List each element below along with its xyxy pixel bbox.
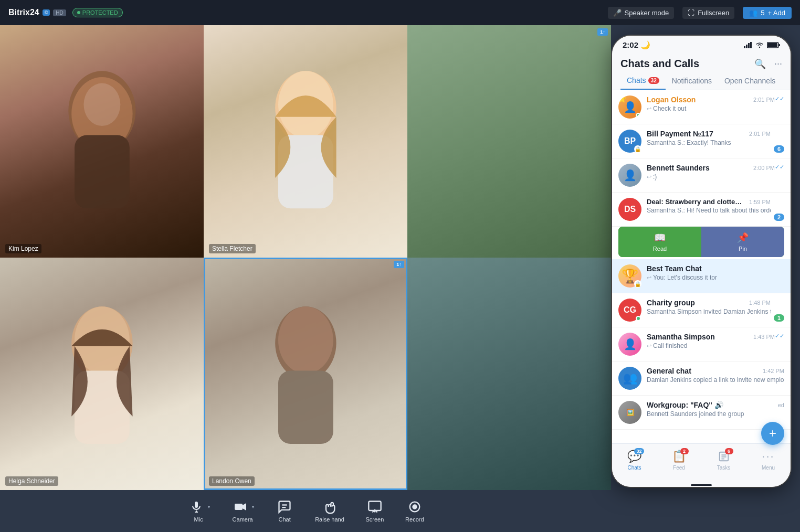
tab-notifications[interactable]: Notifications bbox=[666, 73, 718, 90]
online-dot-logan bbox=[636, 113, 641, 118]
chat-preview-charity: Samantha Simpson invited Damian Jenkins … bbox=[647, 308, 771, 315]
chat-top-row-charity: Charity group 1:48 PM bbox=[647, 299, 771, 307]
svg-rect-30 bbox=[767, 43, 777, 47]
nav-chats[interactable]: 💬 32 Chats bbox=[612, 449, 657, 471]
unread-badge-charity: 1 bbox=[774, 314, 784, 322]
chat-item-workgroup[interactable]: 🖼️ Workgroup: "FAQ" 🔊 ed Bennett Saunder… bbox=[612, 396, 791, 430]
chat-time-bennett: 2:00 PM bbox=[753, 165, 775, 171]
chat-preview-bill: Samantha S.: Exactly! Thanks bbox=[647, 139, 771, 146]
avatar-samantha: 👤 bbox=[618, 333, 641, 356]
app-header-icons: 🔍 ··· bbox=[754, 58, 782, 70]
chat-button[interactable]: Chat bbox=[275, 499, 294, 523]
chat-body-workgroup: Workgroup: "FAQ" 🔊 ed Bennett Saunders j… bbox=[647, 401, 784, 418]
signal-icon bbox=[744, 42, 752, 48]
context-pin-button[interactable]: 📌 Pin bbox=[701, 227, 784, 257]
record-button[interactable]: Record bbox=[405, 499, 424, 523]
app-header: Chats and Calls 🔍 ··· bbox=[612, 55, 791, 70]
hd-badge: HD bbox=[53, 9, 66, 16]
avatar-bill-payment: BP 🔒 bbox=[618, 130, 641, 153]
chat-top-row-general: General chat 1:42 PM bbox=[647, 367, 784, 375]
svg-rect-13 bbox=[195, 502, 198, 508]
chat-time-samantha: 1:43 PM bbox=[753, 334, 775, 340]
chat-item-best-team[interactable]: 🏆 🔒 Best Team Chat ↩ You: Let's discuss … bbox=[612, 259, 791, 293]
chat-item-bill-payment[interactable]: BP 🔒 Bill Payment №117 2:01 PM Samantha … bbox=[612, 124, 791, 158]
chat-item-general[interactable]: 👥 General chat 1:42 PM Damian Jenkins co… bbox=[612, 361, 791, 396]
reply-icon-samantha: ↩ bbox=[647, 343, 651, 349]
chat-name-logan: Logan Olsson bbox=[647, 95, 696, 104]
chat-name-bill: Bill Payment №117 bbox=[647, 130, 713, 138]
tab-chats[interactable]: Chats 32 bbox=[620, 73, 666, 90]
svg-rect-16 bbox=[235, 504, 243, 510]
record-icon bbox=[405, 499, 424, 514]
video-indicator-landon: 1↑ bbox=[394, 261, 404, 268]
chat-item-samantha[interactable]: 👤 Samantha Simpson 1:43 PM ↩ Call finish… bbox=[612, 327, 791, 361]
tab-chats-badge: 32 bbox=[648, 77, 659, 84]
nav-menu[interactable]: ··· Menu bbox=[746, 449, 791, 471]
svg-point-11 bbox=[278, 306, 333, 374]
chat-preview-deal: Samantha S.: Hi! Need to talk about this… bbox=[647, 207, 771, 214]
svg-point-23 bbox=[413, 505, 416, 509]
chat-name-charity: Charity group bbox=[647, 299, 695, 307]
svg-rect-26 bbox=[748, 43, 750, 48]
logo-badge: © bbox=[43, 9, 50, 16]
speaker-mode-label: Speaker mode bbox=[625, 9, 669, 17]
context-read-button[interactable]: 📖 Read bbox=[618, 227, 701, 257]
avatar-bennett: 👤 bbox=[618, 164, 641, 187]
battery-icon bbox=[767, 42, 780, 48]
tab-open-channels[interactable]: Open Channels bbox=[718, 73, 782, 90]
fab-button[interactable]: + bbox=[761, 422, 784, 445]
video-name-landon: Landon Owen bbox=[209, 476, 255, 486]
raise-hand-label: Raise hand bbox=[315, 516, 344, 523]
nav-tasks-label: Tasks bbox=[717, 465, 731, 471]
chat-icon bbox=[275, 499, 294, 514]
chat-time-logan: 2:01 PM bbox=[753, 97, 775, 103]
more-options-icon[interactable]: ··· bbox=[774, 58, 782, 69]
nav-tasks-icon: 6 bbox=[717, 449, 731, 464]
read-icon: 📖 bbox=[654, 232, 666, 243]
reply-icon-bennett: ↩ bbox=[647, 174, 651, 180]
mic-control[interactable]: ▾ Mic bbox=[187, 499, 210, 523]
record-label: Record bbox=[405, 516, 424, 523]
video-name-stella: Stella Fletcher bbox=[209, 244, 256, 253]
chat-time-general: 1:42 PM bbox=[763, 368, 784, 374]
reply-icon: ↩ bbox=[647, 105, 651, 112]
avatar-workgroup: 🖼️ bbox=[618, 401, 641, 424]
home-indicator-area bbox=[612, 480, 791, 487]
raise-hand-button[interactable]: Raise hand bbox=[315, 499, 344, 523]
participants-button[interactable]: 👥 5 + Add bbox=[743, 7, 792, 19]
chat-item-charity[interactable]: CG Charity group 1:48 PM Samantha Simpso… bbox=[612, 293, 791, 327]
screen-share-button[interactable]: Screen bbox=[365, 499, 384, 523]
chat-name-deal: Deal: Strawberry and clotted crea... bbox=[647, 198, 746, 206]
svg-rect-25 bbox=[746, 45, 748, 48]
reply-icon-best-team: ↩ bbox=[647, 274, 651, 281]
chat-item-logan[interactable]: 👤 ⭐ Logan Olsson 2:01 PM ↩ Check it bbox=[612, 90, 791, 124]
logo-area: Bitrix24 © HD bbox=[8, 8, 66, 17]
nav-tasks[interactable]: 6 Tasks bbox=[701, 449, 746, 471]
speaker-mode-button[interactable]: 🎤 Speaker mode bbox=[608, 7, 675, 19]
camera-control[interactable]: ▾ Camera bbox=[231, 499, 254, 523]
chat-time-workgroup: ed bbox=[778, 402, 784, 408]
video-cell-kim: Kim Lopez bbox=[0, 25, 204, 258]
chat-body-best-team: Best Team Chat ↩ You: Let's discuss it t… bbox=[647, 264, 784, 281]
search-icon[interactable]: 🔍 bbox=[754, 58, 766, 70]
chat-item-bennett[interactable]: 👤 Bennett Saunders 2:00 PM ↩ :) bbox=[612, 158, 791, 193]
avatar-general: 👥 bbox=[618, 367, 641, 390]
camera-group[interactable]: ▾ bbox=[231, 499, 254, 514]
video-cell-stella: Stella Fletcher bbox=[204, 25, 407, 258]
chat-body-deal: Deal: Strawberry and clotted crea... 1:5… bbox=[647, 198, 771, 214]
read-check-logan: ✓✓ bbox=[775, 95, 784, 102]
screen-icon bbox=[365, 499, 384, 514]
nav-feed[interactable]: 📋 2 Feed bbox=[657, 449, 701, 471]
chat-body-logan: Logan Olsson 2:01 PM ↩ Check it out bbox=[647, 95, 775, 112]
mic-group[interactable]: ▾ bbox=[187, 499, 210, 514]
chat-item-deal[interactable]: DS Deal: Strawberry and clotted crea... … bbox=[612, 193, 791, 227]
chat-name-workgroup: Workgroup: "FAQ" 🔊 bbox=[647, 401, 723, 409]
avatar-charity: CG bbox=[618, 299, 641, 322]
fullscreen-button[interactable]: ⛶ Fullscreen bbox=[682, 7, 734, 19]
speaker-icon: 🎤 bbox=[613, 9, 622, 17]
chat-preview-general: Damian Jenkins copied a link to invite n… bbox=[647, 376, 784, 384]
participants-icon: 👥 bbox=[749, 9, 757, 17]
protected-badge: PROTECTED bbox=[72, 8, 123, 17]
app-title: Chats and Calls bbox=[620, 58, 699, 70]
nav-tasks-badge: 6 bbox=[725, 448, 733, 454]
